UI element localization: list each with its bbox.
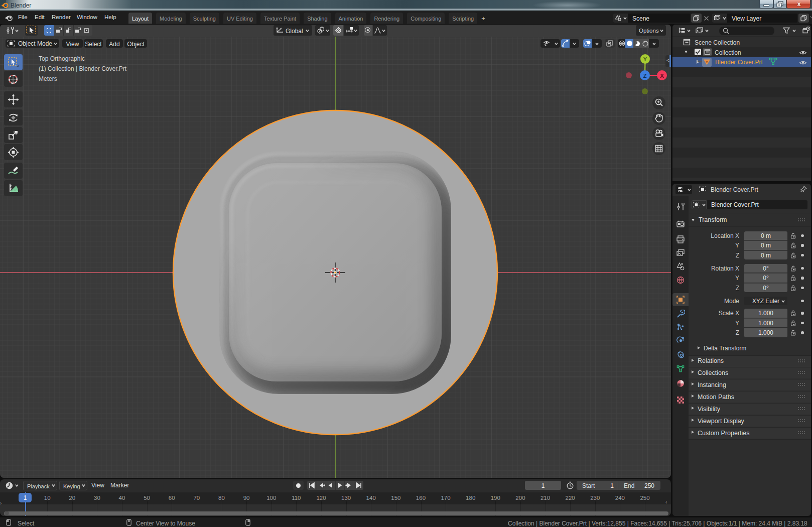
svg-text:Z: Z bbox=[643, 73, 646, 79]
svg-text:X: X bbox=[660, 73, 664, 79]
svg-text:Y: Y bbox=[643, 56, 647, 62]
